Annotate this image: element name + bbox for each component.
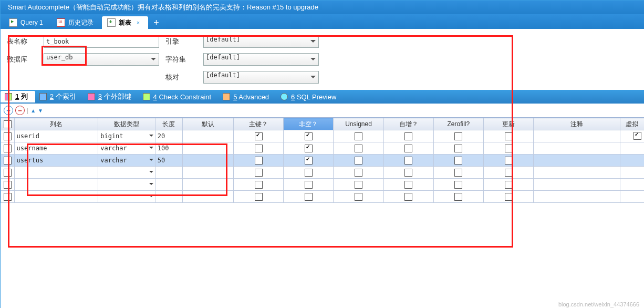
- checkbox[interactable]: [454, 169, 462, 177]
- close-icon[interactable]: ×: [137, 19, 140, 26]
- cell-len[interactable]: 100: [155, 142, 182, 155]
- cell-virtual[interactable]: [620, 167, 644, 179]
- checkbox[interactable]: [305, 193, 313, 201]
- table-row[interactable]: [1, 167, 645, 179]
- master-checkbox[interactable]: [633, 132, 641, 140]
- select-all-checkbox[interactable]: [4, 120, 12, 128]
- cell-name[interactable]: [14, 191, 98, 203]
- checkbox[interactable]: [255, 169, 263, 177]
- cell-default[interactable]: [182, 155, 233, 167]
- checkbox[interactable]: [454, 193, 462, 201]
- checkbox[interactable]: [505, 145, 513, 152]
- table-row[interactable]: usertusvarchar50: [1, 155, 645, 167]
- cell-type[interactable]: [98, 179, 155, 191]
- col-header-type[interactable]: 数据类型: [98, 118, 155, 130]
- col-header-autoinc[interactable]: 自增？: [383, 118, 433, 130]
- cell-virtual[interactable]: [620, 179, 644, 191]
- checkbox[interactable]: [454, 132, 462, 140]
- cell-len[interactable]: [155, 167, 182, 179]
- checkbox[interactable]: [404, 157, 412, 165]
- col-header-name[interactable]: 列名: [14, 118, 98, 130]
- cell-comment[interactable]: [534, 155, 620, 167]
- checkbox[interactable]: [4, 157, 12, 165]
- subtab-col[interactable]: 1 列: [1, 91, 35, 102]
- cell-name[interactable]: [14, 179, 98, 191]
- checkbox[interactable]: [454, 181, 462, 189]
- checkbox[interactable]: [404, 193, 412, 201]
- cell-comment[interactable]: [534, 167, 620, 179]
- checkbox[interactable]: [305, 181, 313, 189]
- cell-default[interactable]: [182, 142, 233, 155]
- cell-len[interactable]: [155, 179, 182, 191]
- subtab-chk[interactable]: 4 Check Constraint: [139, 91, 219, 102]
- checkbox[interactable]: [404, 181, 412, 189]
- checkbox[interactable]: [454, 145, 462, 152]
- checkbox[interactable]: [355, 157, 362, 165]
- checkbox[interactable]: [505, 193, 513, 201]
- checkbox[interactable]: [255, 132, 263, 140]
- move-up-button[interactable]: ▲: [30, 108, 36, 114]
- cell-type[interactable]: bigint: [98, 130, 155, 142]
- cell-len[interactable]: 20: [155, 130, 182, 142]
- tab-history[interactable]: 历史记录: [51, 16, 102, 29]
- checkbox[interactable]: [404, 145, 412, 152]
- checkbox[interactable]: [404, 132, 412, 140]
- checkbox[interactable]: [255, 145, 263, 152]
- cell-comment[interactable]: [534, 142, 620, 155]
- col-header-def[interactable]: 默认: [182, 118, 233, 130]
- col-header-len[interactable]: 长度: [155, 118, 182, 130]
- table-row[interactable]: [1, 179, 645, 191]
- checkbox[interactable]: [4, 132, 12, 140]
- col-header-unsigned[interactable]: Unsigned: [334, 118, 383, 130]
- subtab-adv[interactable]: 5 Advanced: [219, 91, 276, 102]
- table-row[interactable]: usernamevarchar100: [1, 142, 645, 155]
- cell-name[interactable]: usertus: [14, 155, 98, 167]
- checkbox[interactable]: [305, 169, 313, 177]
- col-header-zerofill[interactable]: Zerofill?: [433, 118, 483, 130]
- table-row[interactable]: [1, 191, 645, 203]
- table-row[interactable]: useridbigint20: [1, 130, 645, 142]
- table-name-input[interactable]: [44, 35, 159, 48]
- cell-default[interactable]: [182, 167, 233, 179]
- cell-type[interactable]: varchar: [98, 155, 155, 167]
- col-header-comment[interactable]: 注释: [534, 118, 620, 130]
- cell-virtual[interactable]: [620, 142, 644, 155]
- checkbox[interactable]: [505, 157, 513, 165]
- move-down-button[interactable]: ▼: [38, 108, 43, 114]
- tab-new-table[interactable]: 新表×: [102, 16, 148, 29]
- col-header-update[interactable]: 更新: [483, 118, 533, 130]
- checkbox[interactable]: [255, 181, 263, 189]
- checkbox[interactable]: [355, 193, 362, 201]
- cell-type[interactable]: [98, 167, 155, 179]
- checkbox[interactable]: [454, 157, 462, 165]
- cell-len[interactable]: 50: [155, 155, 182, 167]
- checkbox[interactable]: [505, 169, 513, 177]
- checkbox[interactable]: [305, 157, 313, 165]
- checkbox[interactable]: [355, 181, 362, 189]
- subtab-idx[interactable]: 2 个索引: [35, 91, 84, 102]
- cell-name[interactable]: userid: [14, 130, 98, 142]
- cell-type[interactable]: varchar: [98, 142, 155, 155]
- cell-default[interactable]: [182, 130, 233, 142]
- checkbox[interactable]: [255, 193, 263, 201]
- cell-comment[interactable]: [534, 130, 620, 142]
- col-header-pk[interactable]: 主键？: [234, 118, 284, 130]
- checkbox[interactable]: [4, 169, 12, 177]
- checkbox[interactable]: [305, 145, 313, 152]
- cell-default[interactable]: [182, 179, 233, 191]
- checkbox[interactable]: [255, 157, 263, 165]
- cell-comment[interactable]: [534, 191, 620, 203]
- checkbox[interactable]: [4, 145, 12, 152]
- remove-column-button[interactable]: −: [15, 106, 25, 115]
- checkbox[interactable]: [355, 169, 362, 177]
- cell-len[interactable]: [155, 191, 182, 203]
- col-header-virtual[interactable]: 虚拟: [620, 118, 644, 130]
- cell-default[interactable]: [182, 191, 233, 203]
- checkbox[interactable]: [404, 169, 412, 177]
- charset-select[interactable]: [default]: [203, 53, 319, 66]
- checkbox[interactable]: [355, 132, 362, 140]
- cell-comment[interactable]: [534, 179, 620, 191]
- col-header-notnull[interactable]: 非空？: [284, 118, 334, 130]
- checkbox[interactable]: [4, 193, 12, 201]
- cell-virtual[interactable]: [620, 155, 644, 167]
